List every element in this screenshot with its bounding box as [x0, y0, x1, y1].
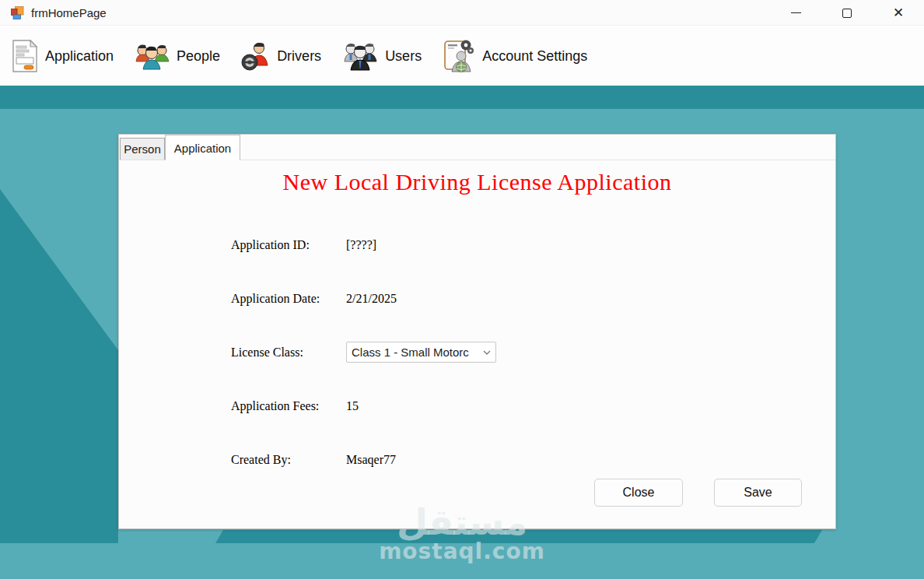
tab-application-label: Application [174, 142, 231, 155]
tab-application[interactable]: Application [165, 135, 240, 160]
main-toolbar: Application People Drivers [0, 26, 924, 86]
application-document-icon [12, 40, 38, 72]
minimize-icon [791, 12, 801, 13]
created-by-value: Msaqer77 [346, 453, 396, 467]
save-button[interactable]: Save [714, 479, 802, 507]
toolbar-label-application: Application [45, 48, 114, 65]
application-id-value: [????] [346, 238, 376, 252]
application-fees-label: Application Fees: [231, 399, 319, 413]
background-dark-band-top [0, 86, 924, 109]
toolbar-item-drivers[interactable]: Drivers [241, 42, 321, 71]
toolbar-item-account-settings[interactable]: Account Settings [443, 38, 587, 74]
license-class-selected-value: Class 1 - Small Motorc [352, 346, 480, 359]
license-class-label: License Class: [231, 346, 303, 360]
application-id-label: Application ID: [231, 238, 310, 252]
toolbar-label-users: Users [385, 48, 422, 65]
maximize-button[interactable] [821, 0, 873, 26]
window-title: frmHomePage [31, 6, 107, 19]
toolbar-item-application[interactable]: Application [12, 40, 114, 72]
close-icon: ✕ [893, 6, 904, 19]
drivers-steering-wheel-icon [241, 42, 270, 71]
people-icon [135, 41, 170, 71]
toolbar-item-people[interactable]: People [135, 41, 220, 71]
minimize-button[interactable] [770, 0, 821, 26]
license-class-dropdown[interactable]: Class 1 - Small Motorc [346, 342, 496, 363]
toolbar-label-people: People [177, 48, 220, 65]
close-form-button[interactable]: Close [594, 479, 683, 507]
titlebar: frmHomePage ✕ [0, 0, 924, 26]
form-title: New Local Driving License Application [119, 169, 835, 195]
toolbar-item-users[interactable]: Users [342, 40, 422, 72]
chevron-down-icon [483, 350, 491, 355]
application-date-label: Application Date: [231, 292, 320, 306]
close-button[interactable]: ✕ [873, 0, 924, 26]
maximize-icon [842, 9, 852, 18]
toolbar-label-account-settings: Account Settings [482, 48, 587, 65]
application-form-panel: Person Application New Local Driving Lic… [118, 134, 836, 529]
created-by-label: Created By: [231, 453, 291, 467]
toolbar-label-drivers: Drivers [277, 48, 321, 65]
application-fees-value: 15 [346, 399, 359, 413]
tab-person[interactable]: Person [120, 138, 165, 160]
application-date-value: 2/21/2025 [346, 292, 397, 306]
users-icon [342, 40, 378, 72]
tab-person-label: Person [124, 142, 161, 156]
winforms-app-icon [11, 6, 24, 19]
account-settings-icon [443, 38, 475, 74]
background-dark-band-bottom [215, 530, 822, 543]
